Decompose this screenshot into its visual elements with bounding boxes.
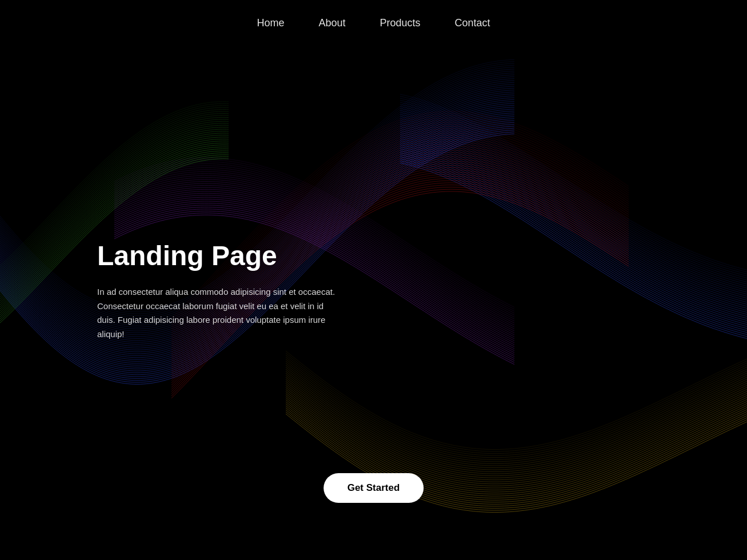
hero-title: Landing Page <box>97 241 337 271</box>
nav-link-products[interactable]: Products <box>380 17 420 29</box>
cta-container: Get Started <box>323 473 424 503</box>
get-started-button[interactable]: Get Started <box>323 473 424 503</box>
hero-section: Landing Page In ad consectetur aliqua co… <box>97 241 337 342</box>
nav-link-contact[interactable]: Contact <box>455 17 490 29</box>
nav-link-about[interactable]: About <box>318 17 345 29</box>
navbar: HomeAboutProductsContact <box>0 0 747 46</box>
hero-description: In ad consectetur aliqua commodo adipisi… <box>97 285 337 342</box>
nav-link-home[interactable]: Home <box>257 17 284 29</box>
